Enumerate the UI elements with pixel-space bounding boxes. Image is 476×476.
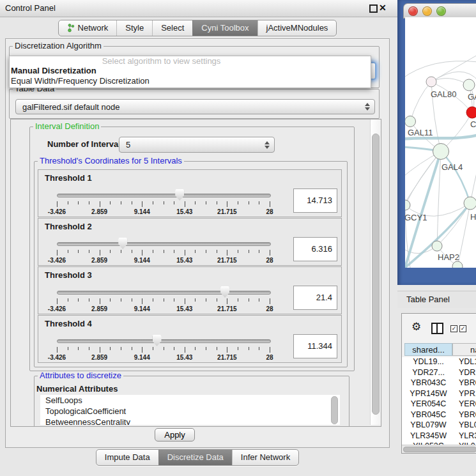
mac-minimize-button[interactable] (422, 6, 432, 16)
number-of-intervals-combo[interactable]: 5 (119, 137, 275, 153)
attributes-group-title: Attributes to discretize (38, 371, 123, 380)
cell-shared-name: YBR045C (404, 410, 452, 419)
threshold-slider[interactable]: -3.4262.8599.14415.4321.71528 (57, 237, 270, 266)
attribute-list-item[interactable]: SelfLoops (40, 395, 340, 406)
column-header-name[interactable]: na (452, 343, 476, 356)
algorithm-option[interactable]: Equal Width/Frequency Discretization (10, 76, 371, 86)
network-node-GAL80[interactable] (426, 77, 436, 87)
vertical-scrollbar[interactable] (370, 119, 381, 425)
network-node-H[interactable] (464, 197, 476, 210)
list-scrollbar-thumb[interactable] (331, 396, 338, 424)
cell-name: YPR1 (459, 389, 476, 398)
split-columns-icon[interactable] (431, 323, 443, 334)
apply-button[interactable]: Apply (155, 428, 195, 441)
tab-label: Infer Network (241, 452, 290, 462)
scrollbar-thumb[interactable] (372, 134, 380, 415)
checkbox-checked-icon[interactable]: ✓ (450, 325, 457, 332)
network-edge[interactable] (405, 151, 441, 205)
network-node-node9[interactable] (452, 261, 463, 268)
tab-cyni-toolbox[interactable]: Cyni Toolbox (192, 20, 257, 36)
column-header-shared-name[interactable]: shared... (404, 343, 452, 356)
slider-ticks (57, 201, 270, 208)
thresholds-group-title: Threshold's Coordinates for 5 Intervals (38, 157, 184, 165)
table-row[interactable]: YLR345WYLR3 (402, 431, 476, 441)
network-edge-thick[interactable] (441, 151, 470, 203)
threshold-label: Threshold 3 (45, 270, 92, 280)
algorithm-option[interactable]: Manual Discretization (10, 66, 371, 76)
tab-jactivemnodules[interactable]: jActiveMNodules (257, 20, 337, 36)
slider-thumb[interactable] (220, 286, 229, 298)
table-row[interactable]: YDL19...YDL1 (402, 357, 476, 367)
checkbox-checked-icon[interactable]: ✓ (459, 325, 466, 332)
network-node-redsel[interactable] (466, 107, 476, 118)
algorithm-group-title: Discretization Algorithm (13, 42, 104, 50)
table-data-combo[interactable]: galFiltered.sif default node (15, 99, 375, 114)
table-panel-title: Table Panel (406, 295, 450, 304)
panel-title: Control Panel (5, 3, 56, 13)
slider-track[interactable] (57, 194, 271, 197)
attribute-list-item[interactable]: BetweennessCentrality (40, 417, 340, 425)
float-window-icon[interactable] (369, 4, 378, 13)
cell-shared-name: YBL079W (404, 420, 452, 429)
threshold-panel-3: Threshold 3-3.4262.8599.14415.4321.71528… (38, 266, 342, 314)
tab-discretize-data[interactable]: Discretize Data (158, 450, 232, 465)
tab-network[interactable]: Network (59, 20, 117, 36)
network-edge[interactable] (410, 82, 431, 121)
network-view-canvas[interactable]: GAL80GACGAL11GAL4GCY1HHAP2 (405, 17, 476, 268)
tab-label: jActiveMNodules (266, 23, 328, 33)
threshold-value-field[interactable]: 6.316 (293, 237, 337, 261)
network-node-GA[interactable] (463, 79, 475, 91)
horizontal-scrollbar[interactable] (402, 445, 476, 453)
combo-arrows-icon (362, 103, 373, 111)
table-row[interactable]: YBL079WYBL0 (402, 420, 476, 431)
network-edge[interactable] (405, 151, 441, 209)
threshold-slider[interactable]: -3.4262.8599.14415.4321.71528 (57, 286, 270, 315)
cell-name: YLR3 (459, 431, 476, 440)
threshold-label: Threshold 1 (45, 173, 92, 183)
slider-track[interactable] (57, 339, 271, 343)
threshold-slider[interactable]: -3.4262.8599.14415.4321.71528 (57, 334, 270, 364)
threshold-label: Threshold 2 (45, 222, 92, 231)
network-node-GAL11[interactable] (405, 116, 416, 127)
slider-track[interactable] (57, 242, 271, 246)
network-node-HAP2[interactable] (432, 241, 442, 251)
bottom-tabbar: Impute DataDiscretize DataInfer Network (0, 449, 395, 466)
control-panel-titlebar: Control Panel ✕ (0, 0, 397, 17)
threshold-slider[interactable]: -3.4262.8599.14415.4321.71528 (57, 188, 270, 218)
slider-thumb[interactable] (118, 238, 127, 249)
algorithm-option[interactable]: Select algorithm to view settings (10, 56, 371, 66)
network-icon (67, 24, 75, 33)
network-node-GAL4[interactable] (433, 144, 449, 160)
slider-thumb[interactable] (153, 335, 162, 346)
tab-infer-network[interactable]: Infer Network (232, 450, 298, 465)
gear-icon[interactable]: ⚙ (411, 320, 421, 333)
network-window-titlebar[interactable] (403, 3, 476, 19)
application-root: Control Panel ✕ NetworkStyleSelectCyni T… (0, 0, 476, 476)
close-icon[interactable]: ✕ (379, 3, 387, 13)
tab-impute-data[interactable]: Impute Data (96, 450, 158, 465)
slider-tick-labels: -3.4262.8599.14415.4321.71528 (57, 257, 270, 265)
node-label-GA: GA (468, 92, 476, 102)
table-row[interactable]: YPR145WYPR1 (402, 389, 476, 399)
threshold-value-field[interactable]: 11.344 (293, 334, 337, 358)
attribute-list-item[interactable]: TopologicalCoefficient (40, 406, 340, 417)
cell-shared-name: YPR145W (404, 389, 452, 398)
threshold-value-field[interactable]: 14.713 (293, 188, 337, 213)
network-graph: GAL80GACGAL11GAL4GCY1HHAP2 (405, 17, 476, 268)
table-row[interactable]: YDR27...YDR2 (402, 368, 476, 378)
tab-label: Select (161, 23, 184, 33)
settings-scrollpane: Interval Definition Number of Intervals … (10, 119, 381, 427)
mac-zoom-button[interactable] (436, 6, 446, 16)
scrollbar-thumb[interactable] (403, 447, 476, 452)
cell-shared-name: YDL19... (404, 357, 452, 366)
tab-style[interactable]: Style (116, 20, 152, 36)
slider-track[interactable] (57, 291, 271, 295)
mac-close-button[interactable] (408, 6, 418, 16)
table-row[interactable]: YBR043CYBR0 (402, 378, 476, 388)
tab-label: Cyni Toolbox (201, 23, 249, 33)
table-row[interactable]: YBR045CYBR0 (402, 410, 476, 420)
tab-select[interactable]: Select (152, 20, 192, 36)
threshold-value-field[interactable]: 21.4 (293, 286, 337, 310)
slider-thumb[interactable] (175, 189, 184, 201)
table-row[interactable]: YER054CYER0 (402, 399, 476, 410)
